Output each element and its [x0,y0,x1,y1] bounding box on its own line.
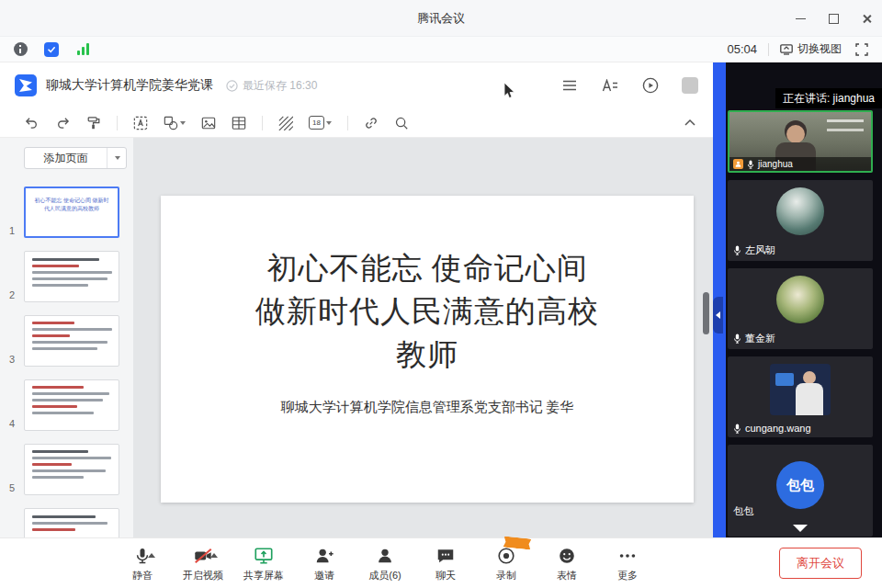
redo-icon [55,116,71,130]
slide-subtitle: 聊城大学计算机学院信息管理系党支部书记 姜华 [161,399,694,416]
add-page-label: 添加页面 [25,151,107,166]
search-button[interactable] [394,114,409,132]
switch-view-button[interactable]: 切换视图 [780,41,842,57]
person-icon [375,546,395,566]
play-slideshow-button[interactable] [641,76,660,95]
minimize-button[interactable] [794,12,807,25]
undo-button[interactable] [24,114,40,132]
tencent-meeting-window: 腾讯会议 05:04 切换视图 [0,0,882,588]
slide-number: 3 [0,354,24,367]
switch-view-label: 切换视图 [797,41,842,57]
tile-namebar: 董金新 [733,332,775,345]
slide-canvas[interactable]: 初心不能忘 使命记心间 做新时代人民满意的高校 教师 聊城大学计算机学院信息管理… [133,138,713,537]
more-button[interactable]: 更多 [603,545,652,582]
leave-meeting-button[interactable]: 离开会议 [779,548,862,579]
table-icon [232,116,246,130]
video-tile-dongjinxin[interactable]: 董金新 [728,268,873,349]
insert-image-button[interactable] [201,114,216,132]
play-icon [642,77,659,94]
fullscreen-icon [855,43,868,56]
security-shield-button[interactable] [42,40,61,59]
main-area: 聊城大学计算机学院姜华党课 最近保存 16:30 [0,62,882,537]
shapes-icon [164,116,178,130]
slide-row-5: 5 [0,444,133,495]
canvas-scrollbar[interactable] [703,292,709,334]
video-tile-zuofengchao[interactable]: 左风朝 [728,180,873,261]
slide-thumbnail-1[interactable]: 初心不能忘 使命记心间 做新时代人民满意的高校教师 [24,187,119,238]
window-titlebar: 腾讯会议 [0,0,882,37]
participant-avatar-icon [733,159,743,169]
slide-number: 5 [0,482,24,495]
collapse-panel-button[interactable] [713,297,723,334]
network-quality-button[interactable] [74,40,92,59]
mic-options-caret[interactable] [148,553,155,558]
chat-button[interactable]: 聊天 [421,545,470,582]
scroll-down-icon[interactable] [793,525,808,532]
maximize-icon [829,14,839,24]
add-page-dropdown[interactable] [107,148,126,168]
page-number-button[interactable]: 18 [309,114,332,132]
video-tile-baobao[interactable]: 包包 包包 [728,445,873,537]
add-page-button[interactable]: 添加页面 [24,147,127,169]
slide-number: 2 [0,289,24,302]
hatch-pattern-icon [278,116,293,130]
close-button[interactable] [860,12,873,25]
smiley-icon [557,546,577,566]
reactions-button[interactable]: 表情 [542,545,592,582]
hamburger-icon [562,80,577,91]
meeting-info-button[interactable] [11,40,29,59]
text-box-button[interactable] [133,114,148,132]
document-body: 添加页面 1 初心不能忘 使命记心间 做新时代人民满意的高校教师 2 [0,138,713,537]
share-screen-button[interactable]: 共享屏幕 [239,545,288,582]
collapse-toolbar-button[interactable] [684,114,696,132]
divider [262,116,263,130]
format-painter-icon [86,116,101,130]
slide-row-6: 6 [0,508,133,537]
close-icon [862,14,872,24]
search-icon [394,116,409,130]
insert-link-button[interactable] [364,114,379,132]
current-slide[interactable]: 初心不能忘 使命记心间 做新时代人民满意的高校 教师 聊城大学计算机学院信息管理… [161,196,694,503]
slide-thumbnail-2[interactable] [24,251,119,302]
user-avatar[interactable] [682,77,698,94]
menu-button[interactable] [560,76,579,95]
insert-table-button[interactable] [232,114,246,132]
meeting-statusbar: 05:04 切换视图 [0,37,882,62]
fullscreen-button[interactable] [853,40,871,59]
chevron-left-icon [716,311,720,319]
slide-thumbnail-4[interactable] [24,379,119,431]
chevron-down-icon [180,121,186,125]
info-icon [14,42,28,56]
tile-namebar: jianghua [729,157,871,171]
invite-button[interactable]: 邀请 [300,545,349,582]
avatar [770,364,831,415]
slide-thumbnail-5[interactable] [24,444,119,495]
chevron-up-icon [684,119,696,127]
slides-rail: 添加页面 1 初心不能忘 使命记心间 做新时代人民满意的高校教师 2 [0,138,133,537]
wps-logo-icon[interactable] [15,74,37,96]
fill-pattern-button[interactable] [278,114,293,132]
avatar: 包包 [776,461,824,509]
shield-icon [44,42,59,57]
text-style-button[interactable] [601,76,619,95]
ellipsis-icon [617,546,638,566]
video-tile-cungang-wang[interactable]: cungang.wang [728,356,873,437]
slide-thumbnail-3[interactable] [24,315,119,367]
avatar-initials: 包包 [786,477,814,494]
mute-button[interactable]: 静音 [118,545,167,582]
start-video-button[interactable]: 开启视频 [178,545,228,582]
meeting-timer: 05:04 [727,42,757,56]
camera-options-caret[interactable] [210,553,218,558]
members-button[interactable]: 成员(6) [360,545,410,582]
chevron-down-icon [115,156,120,160]
slide-thumbnail-6[interactable] [24,508,119,537]
image-icon [201,116,216,130]
redo-button[interactable] [55,114,71,132]
maximize-button[interactable] [827,12,840,25]
video-tile-jianghua[interactable]: jianghua [728,110,873,173]
format-painter-button[interactable] [86,114,101,132]
mic-icon [733,245,741,255]
record-button[interactable]: 录制 [481,545,531,582]
slide-number: 4 [0,418,24,431]
shapes-button[interactable] [164,114,186,132]
